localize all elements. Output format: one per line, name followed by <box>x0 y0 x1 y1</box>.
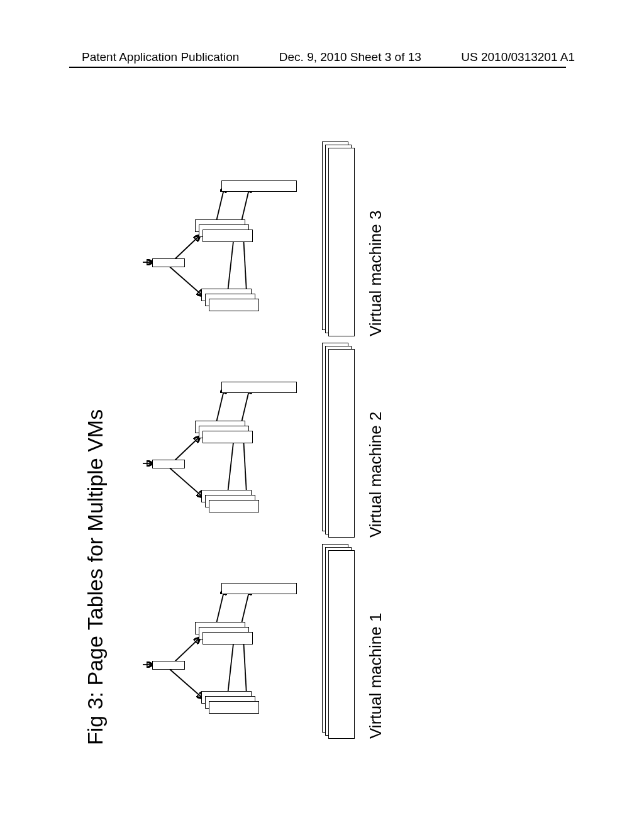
svg-line-9 <box>174 437 199 461</box>
vm3-pagetable-l3 <box>221 180 297 192</box>
svg-line-10 <box>228 437 234 494</box>
vm-2: Virtual machine 2 <box>140 349 316 538</box>
vm1-pagetable-l2-left <box>209 701 259 714</box>
header-rule <box>69 67 566 68</box>
vm2-pagetable-l2-left <box>209 500 259 512</box>
vm3-pagetable-l2-right <box>203 230 253 242</box>
svg-line-4 <box>243 638 247 695</box>
vm2-pagetable-l3 <box>221 382 297 393</box>
vm1-pagetable-l1 <box>152 661 185 670</box>
svg-line-17 <box>228 236 234 292</box>
header-right: US 2010/0313201 A1 <box>461 50 575 64</box>
header-left: Patent Application Publication <box>82 50 239 64</box>
vm3-memory-bar <box>322 148 355 336</box>
vm2-memory-bar <box>322 349 355 538</box>
page-header: Patent Application Publication Dec. 9, 2… <box>0 50 644 64</box>
vm2-diagram <box>140 349 316 538</box>
figure-title: Fig 3: Page Tables for Multiple VMs <box>83 409 108 745</box>
vm3-pagetable-l2-left <box>209 299 259 311</box>
vm2-pagetable-l1 <box>152 460 185 468</box>
vm2-label: Virtual machine 2 <box>366 349 386 538</box>
vm3-diagram <box>140 148 316 336</box>
vm-1: Virtual machine 1 <box>140 550 316 739</box>
svg-line-18 <box>243 236 247 292</box>
vm-3: Virtual machine 3 <box>140 148 316 336</box>
figure-body: Fig 3: Page Tables for Multiple VMs <box>83 110 561 770</box>
svg-line-16 <box>174 236 199 260</box>
vm1-pagetable-l2-right <box>203 632 253 645</box>
svg-line-2 <box>174 638 199 662</box>
svg-line-11 <box>243 437 247 494</box>
vm2-pagetable-l2-right <box>203 431 253 443</box>
vm1-pagetable-l3 <box>221 583 297 594</box>
vm1-label: Virtual machine 1 <box>366 550 386 739</box>
svg-line-3 <box>228 638 234 695</box>
vm1-memory-bar <box>322 550 355 739</box>
vm3-pagetable-l1 <box>152 258 185 267</box>
header-center: Dec. 9, 2010 Sheet 3 of 13 <box>279 50 421 64</box>
vm1-diagram <box>140 550 316 739</box>
vm3-label: Virtual machine 3 <box>366 148 386 336</box>
